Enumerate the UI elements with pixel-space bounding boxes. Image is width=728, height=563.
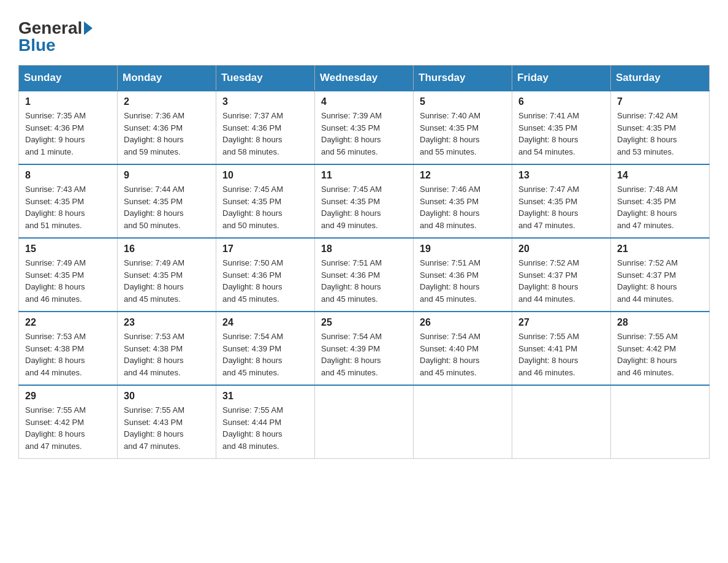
calendar-cell: 28Sunrise: 7:55 AMSunset: 4:42 PMDayligh…	[611, 312, 710, 385]
calendar-cell: 8Sunrise: 7:43 AMSunset: 4:35 PMDaylight…	[19, 164, 118, 238]
calendar-cell: 13Sunrise: 7:47 AMSunset: 4:35 PMDayligh…	[512, 164, 611, 238]
calendar-week-row-1: 1Sunrise: 7:35 AMSunset: 4:36 PMDaylight…	[19, 91, 710, 164]
calendar-cell	[414, 385, 512, 459]
day-info: Sunrise: 7:52 AMSunset: 4:37 PMDaylight:…	[617, 257, 703, 305]
day-info: Sunrise: 7:48 AMSunset: 4:35 PMDaylight:…	[617, 183, 703, 231]
day-number: 17	[222, 243, 308, 255]
calendar-cell: 6Sunrise: 7:41 AMSunset: 4:35 PMDaylight…	[512, 91, 611, 164]
day-info: Sunrise: 7:53 AMSunset: 4:38 PMDaylight:…	[124, 331, 210, 378]
calendar-cell: 1Sunrise: 7:35 AMSunset: 4:36 PMDaylight…	[19, 91, 118, 164]
day-number: 4	[321, 96, 407, 107]
logo-triangle-icon	[84, 21, 93, 35]
calendar-cell: 10Sunrise: 7:45 AMSunset: 4:35 PMDayligh…	[216, 164, 315, 238]
day-info: Sunrise: 7:47 AMSunset: 4:35 PMDaylight:…	[518, 183, 604, 231]
day-number: 22	[25, 317, 111, 328]
calendar-cell: 15Sunrise: 7:49 AMSunset: 4:35 PMDayligh…	[19, 238, 118, 312]
day-info: Sunrise: 7:49 AMSunset: 4:35 PMDaylight:…	[25, 257, 111, 305]
calendar-cell: 31Sunrise: 7:55 AMSunset: 4:44 PMDayligh…	[216, 385, 315, 459]
header-tuesday: Tuesday	[216, 66, 315, 91]
day-number: 5	[420, 96, 506, 107]
day-number: 19	[420, 243, 506, 255]
day-number: 7	[617, 96, 703, 107]
calendar-cell: 26Sunrise: 7:54 AMSunset: 4:40 PMDayligh…	[414, 312, 512, 385]
day-info: Sunrise: 7:49 AMSunset: 4:35 PMDaylight:…	[124, 257, 210, 305]
header-wednesday: Wednesday	[315, 66, 414, 91]
day-info: Sunrise: 7:45 AMSunset: 4:35 PMDaylight:…	[222, 183, 308, 231]
calendar-week-row-2: 8Sunrise: 7:43 AMSunset: 4:35 PMDaylight…	[19, 164, 710, 238]
day-number: 15	[25, 243, 111, 255]
calendar-cell: 11Sunrise: 7:45 AMSunset: 4:35 PMDayligh…	[315, 164, 414, 238]
day-number: 9	[124, 170, 210, 181]
calendar-cell: 20Sunrise: 7:52 AMSunset: 4:37 PMDayligh…	[512, 238, 611, 312]
day-info: Sunrise: 7:55 AMSunset: 4:42 PMDaylight:…	[25, 404, 111, 452]
calendar-cell: 23Sunrise: 7:53 AMSunset: 4:38 PMDayligh…	[118, 312, 216, 385]
day-info: Sunrise: 7:44 AMSunset: 4:35 PMDaylight:…	[124, 183, 210, 231]
calendar-week-row-4: 22Sunrise: 7:53 AMSunset: 4:38 PMDayligh…	[19, 312, 710, 385]
calendar-cell: 14Sunrise: 7:48 AMSunset: 4:35 PMDayligh…	[611, 164, 710, 238]
day-info: Sunrise: 7:55 AMSunset: 4:44 PMDaylight:…	[222, 404, 308, 452]
calendar-cell: 7Sunrise: 7:42 AMSunset: 4:35 PMDaylight…	[611, 91, 710, 164]
day-number: 16	[124, 243, 210, 255]
calendar-cell	[512, 385, 611, 459]
day-info: Sunrise: 7:54 AMSunset: 4:40 PMDaylight:…	[420, 331, 506, 378]
logo-blue: Blue	[18, 36, 56, 55]
day-number: 10	[222, 170, 308, 181]
day-info: Sunrise: 7:43 AMSunset: 4:35 PMDaylight:…	[25, 183, 111, 231]
day-number: 21	[617, 243, 703, 255]
day-number: 23	[124, 317, 210, 328]
day-info: Sunrise: 7:50 AMSunset: 4:36 PMDaylight:…	[222, 257, 308, 305]
header-saturday: Saturday	[611, 66, 710, 91]
day-info: Sunrise: 7:55 AMSunset: 4:43 PMDaylight:…	[124, 404, 210, 452]
calendar-cell: 25Sunrise: 7:54 AMSunset: 4:39 PMDayligh…	[315, 312, 414, 385]
calendar-cell: 21Sunrise: 7:52 AMSunset: 4:37 PMDayligh…	[611, 238, 710, 312]
calendar-cell: 9Sunrise: 7:44 AMSunset: 4:35 PMDaylight…	[118, 164, 216, 238]
calendar-cell: 3Sunrise: 7:37 AMSunset: 4:36 PMDaylight…	[216, 91, 315, 164]
day-number: 12	[420, 170, 506, 181]
day-info: Sunrise: 7:45 AMSunset: 4:35 PMDaylight:…	[321, 183, 407, 231]
day-info: Sunrise: 7:51 AMSunset: 4:36 PMDaylight:…	[321, 257, 407, 305]
day-info: Sunrise: 7:35 AMSunset: 4:36 PMDaylight:…	[25, 110, 111, 158]
day-info: Sunrise: 7:39 AMSunset: 4:35 PMDaylight:…	[321, 110, 407, 158]
header-friday: Friday	[512, 66, 611, 91]
day-number: 20	[518, 243, 604, 255]
day-number: 26	[420, 317, 506, 328]
calendar-table: Sunday Monday Tuesday Wednesday Thursday…	[18, 65, 710, 459]
day-number: 8	[25, 170, 111, 181]
day-info: Sunrise: 7:40 AMSunset: 4:35 PMDaylight:…	[420, 110, 506, 158]
day-info: Sunrise: 7:46 AMSunset: 4:35 PMDaylight:…	[420, 183, 506, 231]
calendar-cell: 18Sunrise: 7:51 AMSunset: 4:36 PMDayligh…	[315, 238, 414, 312]
day-number: 2	[124, 96, 210, 107]
header-monday: Monday	[118, 66, 216, 91]
calendar-cell: 12Sunrise: 7:46 AMSunset: 4:35 PMDayligh…	[414, 164, 512, 238]
page-header: General Blue	[18, 12, 710, 55]
calendar-cell: 27Sunrise: 7:55 AMSunset: 4:41 PMDayligh…	[512, 312, 611, 385]
day-number: 30	[124, 391, 210, 402]
day-number: 29	[25, 391, 111, 402]
day-info: Sunrise: 7:36 AMSunset: 4:36 PMDaylight:…	[124, 110, 210, 158]
day-number: 1	[25, 96, 111, 107]
header-thursday: Thursday	[414, 66, 512, 91]
calendar-week-row-3: 15Sunrise: 7:49 AMSunset: 4:35 PMDayligh…	[19, 238, 710, 312]
day-info: Sunrise: 7:54 AMSunset: 4:39 PMDaylight:…	[321, 331, 407, 378]
calendar-cell: 29Sunrise: 7:55 AMSunset: 4:42 PMDayligh…	[19, 385, 118, 459]
logo: General Blue	[18, 18, 93, 55]
day-number: 14	[617, 170, 703, 181]
day-number: 13	[518, 170, 604, 181]
header-sunday: Sunday	[19, 66, 118, 91]
calendar-cell: 17Sunrise: 7:50 AMSunset: 4:36 PMDayligh…	[216, 238, 315, 312]
calendar-cell: 16Sunrise: 7:49 AMSunset: 4:35 PMDayligh…	[118, 238, 216, 312]
day-info: Sunrise: 7:54 AMSunset: 4:39 PMDaylight:…	[222, 331, 308, 378]
calendar-header-row: Sunday Monday Tuesday Wednesday Thursday…	[19, 66, 710, 91]
calendar-cell: 5Sunrise: 7:40 AMSunset: 4:35 PMDaylight…	[414, 91, 512, 164]
day-info: Sunrise: 7:55 AMSunset: 4:42 PMDaylight:…	[617, 331, 703, 378]
calendar-cell: 19Sunrise: 7:51 AMSunset: 4:36 PMDayligh…	[414, 238, 512, 312]
day-number: 11	[321, 170, 407, 181]
day-info: Sunrise: 7:53 AMSunset: 4:38 PMDaylight:…	[25, 331, 111, 378]
day-number: 28	[617, 317, 703, 328]
day-info: Sunrise: 7:37 AMSunset: 4:36 PMDaylight:…	[222, 110, 308, 158]
day-number: 6	[518, 96, 604, 107]
day-info: Sunrise: 7:42 AMSunset: 4:35 PMDaylight:…	[617, 110, 703, 158]
calendar-week-row-5: 29Sunrise: 7:55 AMSunset: 4:42 PMDayligh…	[19, 385, 710, 459]
day-number: 3	[222, 96, 308, 107]
calendar-cell: 24Sunrise: 7:54 AMSunset: 4:39 PMDayligh…	[216, 312, 315, 385]
